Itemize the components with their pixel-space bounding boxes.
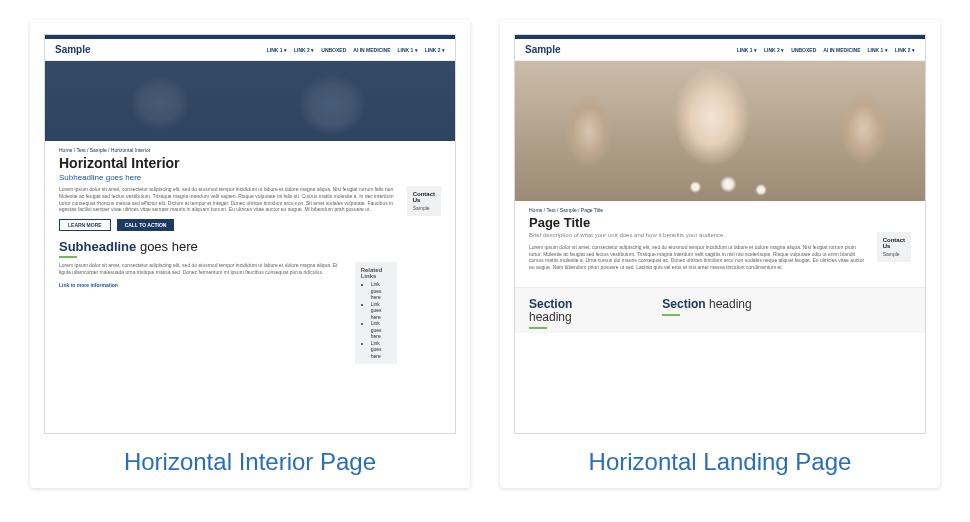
accent-underline [662, 314, 680, 316]
site-header: Sample LINK 1 ▾ LINK 2 ▾ UNBOXED AI IN M… [45, 39, 455, 61]
contact-heading: Contact Us [883, 237, 905, 249]
nav-link[interactable]: UNBOXED [321, 47, 346, 53]
site-header: Sample LINK 1 ▾ LINK 2 ▾ UNBOXED AI IN M… [515, 39, 925, 61]
breadcrumb[interactable]: Home / Test / Sample / Horizontal Interi… [59, 147, 441, 153]
nav-link[interactable]: AI IN MEDICINE [353, 47, 390, 53]
main-nav: LINK 1 ▾ LINK 2 ▾ UNBOXED AI IN MEDICINE… [267, 47, 445, 53]
related-link[interactable]: Link goes here [371, 281, 391, 301]
learn-more-button[interactable]: LEARN MORE [59, 219, 111, 231]
body-paragraph: Lorem ipsum dolor sit amet, consectetur … [59, 186, 397, 213]
hero-image [45, 61, 455, 141]
card-caption[interactable]: Horizontal Interior Page [44, 448, 456, 476]
related-links-box: Related Links Link goes here Link goes h… [355, 262, 397, 364]
accent-underline [529, 327, 547, 329]
brief-description: Brief description of what your unit does… [529, 232, 867, 240]
contact-text: Sample [413, 205, 435, 211]
related-link[interactable]: Link goes here [371, 340, 391, 360]
contact-box: Contact Us Sample [877, 232, 911, 262]
section-heading: Sectionheading [529, 298, 644, 324]
section-heading: Subheadline goes here [59, 239, 397, 254]
nav-link[interactable]: AI IN MEDICINE [823, 47, 860, 53]
nav-link[interactable]: LINK 1 ▾ [868, 47, 888, 53]
nav-link[interactable]: LINK 1 ▾ [267, 47, 287, 53]
template-card-landing[interactable]: Sample LINK 1 ▾ LINK 2 ▾ UNBOXED AI IN M… [500, 20, 940, 488]
body-paragraph: Lorem ipsum dolor sit amet, consectetur … [59, 262, 345, 276]
section-grid: Sectionheading Section heading [515, 287, 925, 333]
nav-link[interactable]: UNBOXED [791, 47, 816, 53]
contact-box: Contact Us Sample [407, 186, 441, 216]
nav-link[interactable]: LINK 2 ▾ [294, 47, 314, 53]
page-title: Page Title [529, 215, 911, 230]
thumbnail-landing: Sample LINK 1 ▾ LINK 2 ▾ UNBOXED AI IN M… [514, 34, 926, 434]
breadcrumb[interactable]: Home / Test / Sample / Page Title [529, 207, 911, 213]
template-card-interior[interactable]: Sample LINK 1 ▾ LINK 2 ▾ UNBOXED AI IN M… [30, 20, 470, 488]
cta-button[interactable]: CALL TO ACTION [117, 219, 175, 231]
site-logo: Sample [525, 44, 561, 55]
hero-image [515, 61, 925, 201]
button-row: LEARN MORE CALL TO ACTION [59, 219, 397, 231]
body-paragraph: Lorem ipsum dolor sit amet, consectetur … [529, 244, 867, 271]
accent-underline [59, 256, 77, 258]
page-title: Horizontal Interior [59, 155, 441, 171]
more-info-link[interactable]: Link to more information [59, 282, 345, 288]
contact-heading: Contact Us [413, 191, 435, 203]
nav-link[interactable]: LINK 1 ▾ [398, 47, 418, 53]
main-nav: LINK 1 ▾ LINK 2 ▾ UNBOXED AI IN MEDICINE… [737, 47, 915, 53]
nav-link[interactable]: LINK 2 ▾ [425, 47, 445, 53]
subheadline: Subheadline goes here [59, 173, 441, 182]
card-caption[interactable]: Horizontal Landing Page [514, 448, 926, 476]
related-link[interactable]: Link goes here [371, 320, 391, 340]
nav-link[interactable]: LINK 1 ▾ [737, 47, 757, 53]
site-logo: Sample [55, 44, 91, 55]
nav-link[interactable]: LINK 2 ▾ [764, 47, 784, 53]
section-heading: Section heading [662, 298, 777, 311]
contact-text: Sample [883, 251, 905, 257]
related-link[interactable]: Link goes here [371, 301, 391, 321]
thumbnail-interior: Sample LINK 1 ▾ LINK 2 ▾ UNBOXED AI IN M… [44, 34, 456, 434]
related-heading: Related Links [361, 267, 391, 279]
nav-link[interactable]: LINK 2 ▾ [895, 47, 915, 53]
